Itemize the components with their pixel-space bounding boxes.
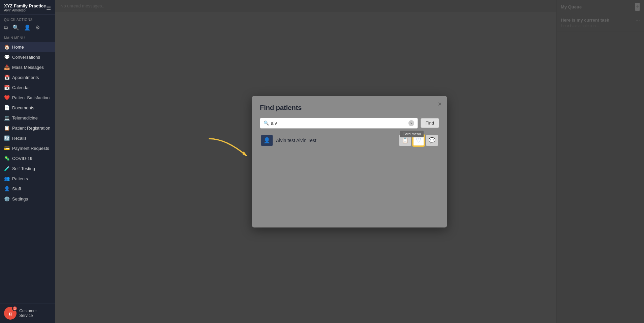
menu-label-9: Recalls xyxy=(12,136,27,141)
menu-icon-5: ❤️ xyxy=(4,95,9,100)
search-quick-icon[interactable]: 🔍 xyxy=(12,24,19,31)
menu-label-7: Telemedicine xyxy=(12,115,38,120)
menu-label-15: Settings xyxy=(12,196,28,201)
menu-icon-0: 🏠 xyxy=(4,44,9,50)
sidebar-item-patient-registration[interactable]: 📋 Patient Registration xyxy=(0,123,55,133)
quick-actions-section: Quick Actions ⧉ 🔍 👤 ⚙ xyxy=(0,15,55,33)
sidebar-item-payment-requests[interactable]: 💳 Payment Requests xyxy=(0,143,55,153)
patient-avatar-icon: 👤 xyxy=(264,137,270,143)
patient-satisfaction-button[interactable]: ♡ xyxy=(413,135,424,146)
sidebar-item-patients[interactable]: 👥 Patients xyxy=(0,173,55,184)
main-menu-label: Main Menu xyxy=(0,36,55,40)
patient-result-row[interactable]: 👤 Alvin test Alvin Test Card menu 📋 ♡ 💬 xyxy=(260,132,439,149)
sidebar-item-staff[interactable]: 👤 Staff xyxy=(0,184,55,194)
menu-items-container: 🏠 Home💬 Conversations📥 Mass Messages📅 Ap… xyxy=(0,42,55,204)
menu-label-1: Conversations xyxy=(12,55,40,60)
sidebar-item-mass-messages[interactable]: 📥 Mass Messages xyxy=(0,62,55,72)
user-name: Alvin Amoroso xyxy=(4,8,46,12)
sidebar-item-patient-satisfaction[interactable]: ❤️ Patient Satisfaction xyxy=(0,92,55,103)
app-name: XYZ Family Practice xyxy=(4,3,46,8)
menu-icon-7: 💻 xyxy=(4,115,9,120)
menu-label-4: Calendar xyxy=(12,85,30,90)
sidebar-item-home[interactable]: 🏠 Home xyxy=(0,42,55,52)
sidebar-item-self-testing[interactable]: 🧪 Self-Testing xyxy=(0,163,55,173)
menu-label-12: Self-Testing xyxy=(12,166,35,171)
menu-icon-1: 💬 xyxy=(4,54,9,60)
settings-quick-icon[interactable]: ⚙ xyxy=(35,24,40,31)
avatar: g 2 xyxy=(4,307,17,320)
menu-icon-11: 🦠 xyxy=(4,156,9,161)
menu-label-8: Patient Registration xyxy=(12,126,50,131)
find-button[interactable]: Find xyxy=(421,118,439,128)
arrow-annotation xyxy=(199,135,267,169)
main-content: No unread messages... My Queue + Here is… xyxy=(55,0,644,323)
menu-icon-2: 📥 xyxy=(4,64,9,70)
menu-label-11: COVID-19 xyxy=(12,156,32,161)
menu-icon-14: 👤 xyxy=(4,186,9,191)
menu-label-5: Patient Satisfaction xyxy=(12,95,50,100)
menu-icon-6: 📄 xyxy=(4,105,9,110)
sidebar-item-recalls[interactable]: 🔄 Recalls xyxy=(0,133,55,143)
add-user-icon[interactable]: 👤 xyxy=(24,24,31,31)
sidebar-header: XYZ Family Practice Alvin Amoroso ☰ xyxy=(0,0,55,15)
patient-avatar: 👤 xyxy=(261,135,273,146)
sidebar-footer[interactable]: g 2 Customer Service xyxy=(0,303,55,323)
hamburger-icon[interactable]: ☰ xyxy=(46,5,51,11)
new-tab-icon[interactable]: ⧉ xyxy=(4,25,8,31)
chat-icon: 💬 xyxy=(429,137,435,143)
patient-chart-button[interactable]: 📋 xyxy=(399,135,411,146)
search-input-wrapper: 🔍 × xyxy=(260,118,418,129)
menu-icon-15: ⚙️ xyxy=(4,196,9,201)
menu-label-3: Appointments xyxy=(12,75,39,80)
menu-label-14: Staff xyxy=(12,186,21,191)
menu-icon-10: 💳 xyxy=(4,145,9,151)
sidebar-logo: XYZ Family Practice Alvin Amoroso xyxy=(4,3,46,12)
menu-label-0: Home xyxy=(12,45,24,50)
modal-title: Find patients xyxy=(260,104,439,112)
search-row: 🔍 × Find xyxy=(260,118,439,129)
menu-label-13: Patients xyxy=(12,176,28,181)
menu-icon-9: 🔄 xyxy=(4,135,9,141)
chart-icon: 📋 xyxy=(402,137,408,143)
menu-label-6: Documents xyxy=(12,105,34,110)
sidebar-item-telemedicine[interactable]: 💻 Telemedicine xyxy=(0,113,55,123)
quick-actions-icons: ⧉ 🔍 👤 ⚙ xyxy=(4,24,51,31)
main-menu: Main Menu 🏠 Home💬 Conversations📥 Mass Me… xyxy=(0,33,55,303)
sidebar-item-documents[interactable]: 📄 Documents xyxy=(0,103,55,113)
search-clear-button[interactable]: × xyxy=(408,120,414,126)
sidebar-item-covid-19[interactable]: 🦠 COVID-19 xyxy=(0,153,55,163)
menu-label-10: Payment Requests xyxy=(12,146,49,151)
sidebar-item-settings[interactable]: ⚙️ Settings xyxy=(0,194,55,204)
heart-icon: ♡ xyxy=(416,137,421,144)
quick-actions-label: Quick Actions xyxy=(4,18,51,22)
menu-icon-4: 📆 xyxy=(4,85,9,90)
menu-label-2: Mass Messages xyxy=(12,65,44,70)
modal-overlay[interactable]: Find patients × 🔍 × Find 👤 Alvin test Al… xyxy=(55,0,644,323)
menu-icon-3: 📅 xyxy=(4,75,9,80)
sidebar-item-conversations[interactable]: 💬 Conversations xyxy=(0,52,55,62)
menu-icon-13: 👥 xyxy=(4,176,9,181)
sidebar: XYZ Family Practice Alvin Amoroso ☰ Quic… xyxy=(0,0,55,323)
patient-actions: Card menu 📋 ♡ 💬 xyxy=(399,135,438,146)
sidebar-item-calendar[interactable]: 📆 Calendar xyxy=(0,82,55,92)
patient-name: Alvin test Alvin Test xyxy=(276,138,396,143)
patient-message-button[interactable]: 💬 xyxy=(426,135,438,146)
modal-close-button[interactable]: × xyxy=(438,101,442,107)
sidebar-item-appointments[interactable]: 📅 Appointments xyxy=(0,72,55,82)
menu-icon-12: 🧪 xyxy=(4,166,9,171)
patient-search-input[interactable] xyxy=(271,120,406,126)
search-icon: 🔍 xyxy=(264,120,269,126)
menu-icon-8: 📋 xyxy=(4,125,9,131)
footer-label: Customer Service xyxy=(19,308,51,318)
find-patients-modal: Find patients × 🔍 × Find 👤 Alvin test Al… xyxy=(252,96,447,227)
notification-badge: 2 xyxy=(12,306,18,311)
